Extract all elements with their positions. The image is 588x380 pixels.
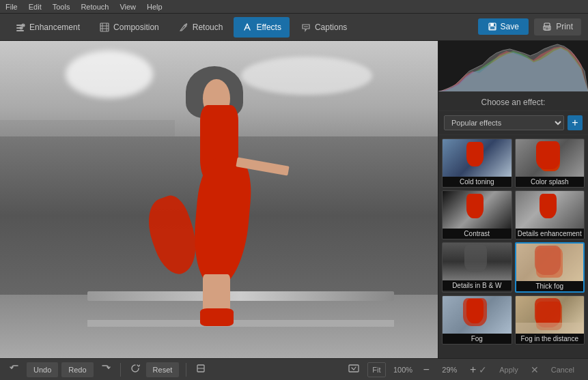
effect-thick-fog-thumb: [516, 244, 584, 281]
svg-rect-15: [490, 27, 495, 29]
zoom-in-button[interactable]: +: [467, 362, 479, 377]
toolbar-right: Save Print: [478, 18, 581, 35]
retouch-icon: [178, 22, 189, 33]
toolbar: Enhancement Composition Retouch: [0, 14, 588, 41]
effect-contrast[interactable]: Contrast: [442, 190, 512, 239]
undo-button[interactable]: Undo: [27, 362, 58, 377]
svg-point-19: [548, 27, 550, 29]
divider-1: [120, 363, 121, 377]
add-effect-button[interactable]: +: [568, 115, 583, 130]
frame-icon[interactable]: [346, 362, 362, 377]
save-button[interactable]: Save: [478, 18, 529, 35]
zoom-100-display: 100%: [391, 366, 415, 374]
tab-enhancement-label: Enhancement: [29, 23, 80, 32]
svg-rect-14: [490, 23, 494, 26]
print-label: Print: [556, 22, 573, 31]
photo-canvas: [0, 41, 438, 358]
menu-view[interactable]: View: [120, 3, 136, 11]
effect-color-splash-thumb: [516, 139, 585, 177]
histogram: [438, 41, 588, 92]
effect-cold-toning-label: Cold toning: [443, 177, 512, 187]
effect-details-bw-label: Details in B & W: [443, 280, 512, 291]
tab-composition-label: Composition: [113, 23, 159, 32]
effects-grid: Cold toning Color splash Contrast: [438, 135, 588, 358]
tab-enhancement[interactable]: Enhancement: [7, 17, 88, 38]
svg-rect-2: [16, 30, 24, 31]
effect-color-splash[interactable]: Color splash: [515, 138, 585, 188]
tab-captions-label: Captions: [315, 23, 347, 32]
shoes: [200, 308, 234, 327]
effects-panel: Choose an effect: Popular effects + Cold…: [438, 92, 588, 358]
tab-effects-label: Effects: [256, 23, 281, 32]
reset-icon[interactable]: [128, 362, 143, 377]
right-panel: Choose an effect: Popular effects + Cold…: [438, 41, 588, 358]
effect-thick-fog[interactable]: Thick fog: [515, 242, 585, 293]
status-left: Undo Redo Reset: [7, 362, 346, 377]
effect-fog-label: Fog: [443, 334, 512, 344]
cancel-button[interactable]: Cancel: [544, 362, 581, 377]
zoom-percent-display: 29%: [438, 366, 462, 374]
tab-composition[interactable]: Composition: [91, 17, 167, 38]
effect-fog[interactable]: Fog: [442, 295, 512, 345]
effect-details-bw-thumb: [443, 243, 512, 280]
tab-retouch[interactable]: Retouch: [170, 17, 232, 38]
tab-effects[interactable]: Effects: [234, 17, 289, 38]
dress: [190, 158, 254, 288]
status-bar: Undo Redo Reset: [0, 358, 588, 380]
svg-point-10: [186, 23, 187, 25]
divider-2: [186, 363, 186, 377]
apply-button[interactable]: Apply: [492, 362, 525, 377]
effects-category-select[interactable]: Popular effects: [444, 115, 564, 130]
apply-check-icon: ✓: [479, 364, 487, 375]
woman-figure: [167, 66, 263, 326]
effect-details-bw[interactable]: Details in B & W: [442, 242, 512, 293]
zoom-out-button[interactable]: −: [421, 362, 432, 377]
histogram-svg: [438, 41, 588, 91]
status-right: ✓ Apply ✕ Cancel: [479, 362, 581, 377]
undo-arrow-icon[interactable]: [7, 362, 23, 377]
effect-contrast-thumb: [443, 191, 512, 229]
effect-details-enhancement[interactable]: Details enhancement: [515, 190, 585, 239]
cloud-1: [66, 50, 153, 98]
reset-button[interactable]: Reset: [146, 362, 180, 377]
redo-button[interactable]: Redo: [61, 362, 93, 377]
crop-icon[interactable]: [193, 362, 208, 377]
menu-tools[interactable]: Tools: [53, 3, 70, 11]
effects-icon: [242, 22, 253, 33]
menu-bar: File Edit Tools Retouch View Help: [0, 0, 588, 14]
print-button[interactable]: Print: [534, 18, 581, 35]
tab-captions[interactable]: Captions: [292, 17, 355, 38]
effect-fog-thumb: [443, 296, 512, 334]
main-area: Choose an effect: Popular effects + Cold…: [0, 41, 588, 358]
effect-cold-toning[interactable]: Cold toning: [442, 138, 512, 188]
cancel-x-icon: ✕: [531, 364, 539, 375]
svg-rect-0: [16, 25, 25, 26]
effect-color-splash-label: Color splash: [516, 177, 585, 187]
status-center: Fit 100% − 29% +: [346, 362, 479, 377]
effects-header-text: Choose an effect:: [481, 98, 546, 107]
print-icon: [542, 23, 552, 32]
menu-file[interactable]: File: [5, 3, 18, 11]
menu-help[interactable]: Help: [147, 3, 163, 11]
redo-arrow-icon[interactable]: [97, 362, 113, 377]
fit-button[interactable]: Fit: [367, 362, 385, 377]
enhancement-icon: [15, 22, 26, 33]
effect-contrast-label: Contrast: [443, 229, 512, 239]
effect-fog-distance[interactable]: Fog in the distance: [515, 295, 585, 345]
svg-rect-18: [545, 28, 549, 30]
effect-fog-distance-thumb: [516, 296, 585, 334]
effect-details-enhancement-label: Details enhancement: [516, 229, 585, 239]
svg-rect-5: [100, 23, 109, 31]
effect-thick-fog-label: Thick fog: [516, 281, 584, 291]
captions-icon: [300, 22, 311, 33]
save-icon: [488, 22, 497, 31]
composition-icon: [99, 22, 110, 33]
save-label: Save: [501, 22, 519, 31]
tab-retouch-label: Retouch: [193, 23, 223, 32]
effect-fog-distance-label: Fog in the distance: [516, 334, 585, 344]
menu-edit[interactable]: Edit: [29, 3, 42, 11]
svg-rect-23: [349, 365, 359, 372]
menu-retouch[interactable]: Retouch: [81, 3, 109, 11]
canvas-area: [0, 41, 438, 358]
effects-header: Choose an effect:: [438, 92, 588, 111]
